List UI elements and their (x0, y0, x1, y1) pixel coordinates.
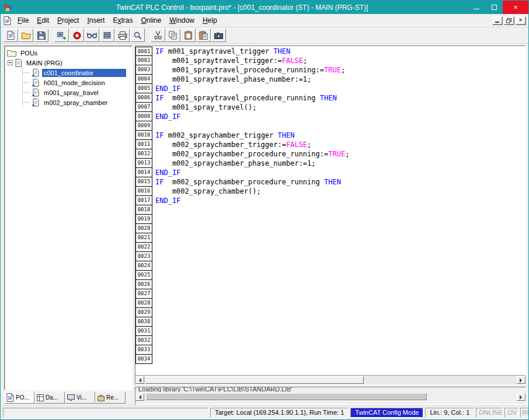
right-arrow-icon (520, 395, 524, 400)
code-text: m001_spray_travel(); (152, 103, 256, 112)
mdi-restore-button[interactable] (504, 16, 514, 24)
window-controls: × (468, 1, 528, 14)
tree-item-label: MAIN (PRG) (25, 59, 64, 67)
statusbar: Target: Local (169.254.1.90.1.1), Run Ti… (1, 406, 528, 419)
menu-file[interactable]: File (13, 15, 33, 26)
code-area[interactable]: 0001IF m001_spraytravel_trigger THEN0002… (135, 46, 525, 375)
titlebar: TwinCAT PLC Control - boxpaint.pro* - [c… (1, 1, 528, 14)
editor-scrollbar-thumb[interactable] (145, 376, 364, 384)
code-line: 0003 m001_spraytravel_procedure_running:… (135, 65, 525, 75)
paste-special-button[interactable] (196, 29, 211, 42)
mdi-restore-icon (506, 18, 511, 23)
tab-visualizations[interactable]: Vi... (65, 391, 95, 404)
tree-item-m001_spray_travel[interactable]: m001_spray_travel (23, 88, 132, 97)
find-button[interactable] (130, 29, 145, 42)
cut-button[interactable] (151, 29, 165, 42)
paste-button[interactable] (181, 29, 196, 42)
message-scroll-right-button[interactable] (517, 393, 525, 401)
tab-pous[interactable]: PO... (4, 391, 34, 404)
code-text (152, 224, 155, 233)
code-line: 0010IF m002_spraychamber_trigger THEN (135, 131, 525, 140)
collapse-icon[interactable] (8, 60, 13, 65)
menu-items: FileEditProjectInsertExtrasOnlineWindowH… (13, 15, 221, 26)
maximize-button[interactable] (485, 1, 503, 14)
left-arrow-icon (137, 395, 141, 400)
snapshot-button[interactable] (211, 29, 226, 42)
scroll-right-button[interactable] (517, 376, 525, 384)
message-scrollbar-thumb[interactable] (146, 393, 427, 400)
code-text: m002_spray_chamber(); (152, 187, 261, 196)
code-text (152, 271, 155, 280)
code-text: END_IF (152, 112, 180, 121)
printer-icon (118, 32, 127, 40)
code-line: 0017END_IF (135, 196, 525, 205)
menu-insert[interactable]: Insert (83, 15, 109, 26)
tree-item-h001_mode_decision[interactable]: h001_mode_decision (23, 78, 132, 88)
pou-tree[interactable]: POUs MAIN (PRG) c001_coordinatorh001_mod… (4, 46, 133, 390)
code-text: m002_spraychamber_phase_number:=1; (152, 159, 316, 168)
menu-help[interactable]: Help (199, 15, 221, 26)
message-scroll-left-button[interactable] (135, 393, 144, 401)
login-button[interactable] (54, 29, 69, 42)
code-line: 0016 m002_spray_chamber(); (135, 187, 525, 196)
tree-item-m002_spray_chamber[interactable]: m002_spray_chamber (23, 97, 132, 107)
code-text (152, 299, 155, 308)
code-text: IF m001_spraytravel_procedure_running TH… (152, 93, 337, 103)
tab-data-types[interactable]: Da... (34, 391, 65, 404)
new-file-button[interactable] (4, 29, 18, 42)
monitoring-button[interactable] (85, 29, 99, 42)
tree-item-c001_coordinator[interactable]: c001_coordinator (23, 68, 132, 78)
print-button[interactable] (115, 29, 130, 42)
message-horizontal-scrollbar[interactable] (135, 392, 525, 404)
code-line: 0006IF m001_spraytravel_procedure_runnin… (135, 93, 525, 103)
copy-button[interactable] (166, 29, 180, 42)
code-text (152, 280, 155, 289)
breakpoints-button[interactable] (100, 29, 114, 42)
code-line: 0032 (135, 336, 525, 345)
menu-project[interactable]: Project (53, 15, 83, 26)
stop-button[interactable] (69, 29, 84, 42)
editor-horizontal-scrollbar[interactable] (135, 375, 525, 384)
close-button[interactable]: × (503, 1, 528, 14)
status-flag-read: READ (520, 408, 528, 418)
maximize-icon (492, 5, 497, 10)
status-flag-ov: OV (504, 408, 518, 418)
editor-panel: 0001IF m001_spraytravel_trigger THEN0002… (135, 46, 526, 405)
code-text: m001_spraytravel_trigger:=FALSE; (152, 56, 307, 65)
tree-connector (23, 102, 29, 103)
code-text (152, 215, 155, 224)
code-line: 0014END_IF (135, 168, 525, 177)
mdi-minimize-button[interactable] (492, 16, 502, 24)
tree-root-pous[interactable]: POUs (7, 48, 132, 58)
status-target: Target: Local (169.254.1.90.1.1), Run Ti… (210, 408, 349, 418)
minimize-button[interactable] (468, 1, 485, 14)
menu-edit[interactable]: Edit (33, 15, 53, 26)
mdi-window-controls: × (492, 16, 525, 24)
code-line: 0027 (135, 289, 525, 299)
line-number: 0011 (135, 140, 152, 149)
menu-window[interactable]: Window (165, 15, 199, 26)
right-arrow-icon (520, 378, 524, 383)
open-file-button[interactable] (19, 29, 33, 42)
menu-extras[interactable]: Extras (109, 15, 137, 26)
code-text (152, 317, 155, 327)
tab-resources[interactable]: Re... (95, 391, 126, 404)
status-config-mode: TwinCAT Config Mode (350, 408, 423, 418)
save-button[interactable] (34, 29, 48, 42)
tree-item-main[interactable]: MAIN (PRG) (7, 58, 132, 68)
st-editor[interactable]: 0001IF m001_spraytravel_trigger THEN0002… (135, 46, 526, 385)
page-icon (7, 31, 15, 40)
menu-online[interactable]: Online (137, 15, 165, 26)
toolbar-separator (49, 29, 54, 42)
scroll-left-button[interactable] (135, 376, 144, 384)
code-text (152, 327, 155, 336)
mdi-close-button[interactable]: × (516, 16, 525, 24)
code-line: 0023 (135, 252, 525, 261)
code-line: 0007 m001_spray_travel(); (135, 103, 525, 112)
login-icon (57, 32, 67, 40)
line-number: 0008 (135, 112, 152, 121)
code-line: 0002 m001_spraytravel_trigger:=FALSE; (135, 56, 525, 65)
line-number: 0020 (135, 224, 152, 233)
line-number: 0012 (135, 149, 152, 159)
code-line: 0028 (135, 299, 525, 308)
